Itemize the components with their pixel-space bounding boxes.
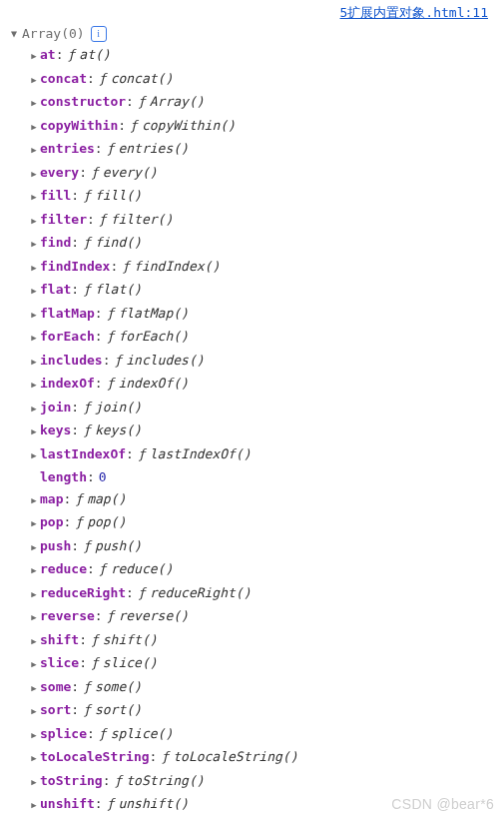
disclosure-right-icon[interactable]: ▶ (28, 305, 40, 327)
disclosure-right-icon[interactable]: ▶ (28, 607, 40, 629)
disclosure-right-icon[interactable]: ▶ (28, 46, 40, 68)
property-row[interactable]: ▶every:ƒevery() (28, 162, 504, 186)
property-row[interactable]: ▶join:ƒjoin() (28, 397, 504, 420)
disclosure-right-icon[interactable]: ▶ (28, 234, 40, 256)
disclosure-right-icon[interactable]: ▶ (28, 490, 40, 512)
disclosure-right-icon[interactable]: ▶ (28, 421, 40, 443)
disclosure-right-icon[interactable]: ▶ (28, 281, 40, 303)
colon: : (87, 68, 95, 90)
property-name: reduce (40, 558, 87, 580)
property-name: some (40, 676, 71, 698)
colon: : (95, 793, 103, 815)
property-name: reverse (40, 605, 95, 627)
property-row[interactable]: ▶lastIndexOf:ƒlastIndexOf() (28, 443, 504, 467)
function-f-icon: ƒ (83, 397, 91, 418)
disclosure-right-icon[interactable]: ▶ (28, 164, 40, 186)
disclosure-right-icon[interactable]: ▶ (28, 701, 40, 723)
colon: : (71, 232, 79, 254)
function-signature: slice() (103, 652, 158, 674)
colon: : (79, 629, 87, 651)
disclosure-right-icon[interactable]: ▶ (28, 70, 40, 92)
colon: : (126, 443, 134, 465)
property-row[interactable]: ▶reverse:ƒreverse() (28, 605, 504, 629)
property-row[interactable]: ▶concat:ƒconcat() (28, 68, 504, 92)
function-signature: concat() (111, 68, 174, 90)
property-row[interactable]: ▶unshift:ƒunshift() (28, 793, 504, 817)
property-row[interactable]: ▶flat:ƒflat() (28, 279, 504, 303)
disclosure-right-icon[interactable]: ▶ (28, 631, 40, 653)
function-f-icon: ƒ (107, 373, 115, 395)
colon: : (79, 652, 87, 674)
property-row[interactable]: ▶splice:ƒsplice() (28, 723, 504, 747)
disclosure-right-icon[interactable]: ▶ (28, 187, 40, 209)
disclosure-right-icon[interactable]: ▶ (28, 328, 40, 350)
disclosure-right-icon[interactable]: ▶ (28, 725, 40, 747)
property-name: indexOf (40, 373, 95, 395)
disclosure-down-icon[interactable]: ▼ (8, 24, 20, 44)
property-row[interactable]: ▶indexOf:ƒindexOf() (28, 373, 504, 397)
property-row[interactable]: ▶slice:ƒslice() (28, 652, 504, 676)
disclosure-right-icon[interactable]: ▶ (28, 352, 40, 374)
colon: : (110, 256, 118, 278)
root-label: Array(0) (22, 24, 85, 44)
disclosure-right-icon[interactable]: ▶ (28, 513, 40, 535)
function-signature: reduce() (111, 558, 174, 580)
property-row[interactable]: ▶keys:ƒkeys() (28, 419, 504, 443)
property-row[interactable]: ▶toString:ƒtoString() (28, 770, 504, 794)
property-row[interactable]: ▶shift:ƒshift() (28, 629, 504, 653)
function-signature: Array() (150, 91, 205, 113)
disclosure-right-icon[interactable]: ▶ (28, 772, 40, 794)
colon: : (87, 723, 95, 745)
property-row[interactable]: ▶sort:ƒsort() (28, 699, 504, 723)
property-row[interactable]: ▶entries:ƒentries() (28, 138, 504, 162)
disclosure-right-icon[interactable]: ▶ (28, 140, 40, 162)
property-row[interactable]: ▶pop:ƒpop() (28, 511, 504, 535)
property-row[interactable]: ▶push:ƒpush() (28, 535, 504, 559)
property-row[interactable]: ▶reduce:ƒreduce() (28, 558, 504, 582)
disclosure-right-icon[interactable]: ▶ (28, 399, 40, 420)
disclosure-right-icon[interactable]: ▶ (28, 117, 40, 139)
disclosure-right-icon[interactable]: ▶ (28, 258, 40, 280)
colon: : (71, 419, 79, 441)
property-row[interactable]: ▶at:ƒat() (28, 44, 504, 68)
property-row[interactable]: ▶findIndex:ƒfindIndex() (28, 256, 504, 280)
function-signature: join() (95, 397, 142, 418)
disclosure-right-icon[interactable]: ▶ (28, 678, 40, 700)
disclosure-right-icon[interactable]: ▶ (28, 375, 40, 397)
property-row[interactable]: ▶constructor:ƒArray() (28, 91, 504, 115)
property-row[interactable]: ▶forEach:ƒforEach() (28, 326, 504, 350)
disclosure-right-icon[interactable]: ▶ (28, 445, 40, 467)
property-row[interactable]: ▶includes:ƒincludes() (28, 350, 504, 374)
property-row[interactable]: ▶flatMap:ƒflatMap() (28, 303, 504, 327)
property-row[interactable]: ▶reduceRight:ƒreduceRight() (28, 582, 504, 606)
disclosure-right-icon[interactable]: ▶ (28, 748, 40, 770)
function-f-icon: ƒ (99, 723, 107, 745)
disclosure-right-icon[interactable]: ▶ (28, 654, 40, 676)
disclosure-right-icon[interactable]: ▶ (28, 795, 40, 817)
disclosure-right-icon[interactable]: ▶ (28, 93, 40, 115)
root-row[interactable]: ▼ Array(0) i (8, 24, 504, 44)
info-icon[interactable]: i (91, 26, 107, 42)
property-row[interactable]: ▶find:ƒfind() (28, 232, 504, 256)
property-name: length (40, 466, 87, 488)
property-row[interactable]: ▶some:ƒsome() (28, 676, 504, 700)
property-row[interactable]: ▶fill:ƒfill() (28, 185, 504, 209)
colon: : (150, 746, 158, 768)
property-name: concat (40, 68, 87, 90)
function-f-icon: ƒ (138, 443, 146, 465)
disclosure-right-icon[interactable]: ▶ (28, 560, 40, 582)
property-row[interactable]: ▶map:ƒmap() (28, 488, 504, 512)
property-name: shift (40, 629, 79, 651)
property-row[interactable]: ▶filter:ƒfilter() (28, 209, 504, 233)
property-name: constructor (40, 91, 126, 113)
disclosure-right-icon[interactable]: ▶ (28, 211, 40, 233)
disclosure-right-icon[interactable]: ▶ (28, 584, 40, 606)
colon: : (71, 397, 79, 418)
property-name: filter (40, 209, 87, 231)
source-link[interactable]: 5扩展内置对象.html:11 (340, 4, 488, 22)
property-row[interactable]: ▶toLocaleString:ƒtoLocaleString() (28, 746, 504, 770)
property-name: join (40, 397, 71, 418)
property-row[interactable]: length:0 (28, 466, 504, 488)
disclosure-right-icon[interactable]: ▶ (28, 537, 40, 559)
property-row[interactable]: ▶copyWithin:ƒcopyWithin() (28, 115, 504, 139)
